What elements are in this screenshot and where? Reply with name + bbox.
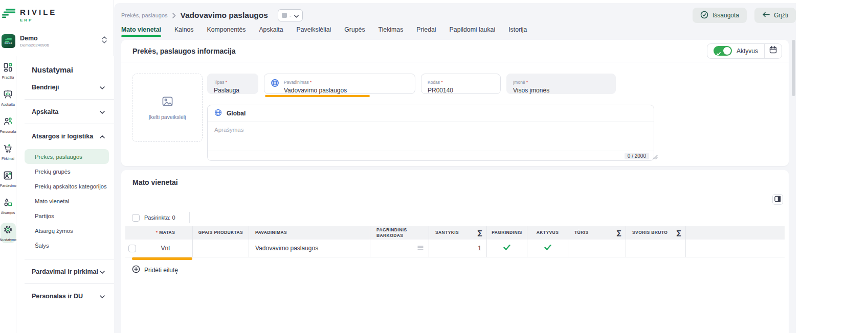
pavadinimas-field[interactable]: Pavadinimas * Vadovavimo paslaugos	[264, 74, 415, 94]
tab-grupes[interactable]: Grupės	[344, 26, 365, 36]
header-select-cell	[125, 226, 139, 240]
scrollbar-thumb[interactable]	[792, 40, 795, 96]
fields-row: Tipas * Paslauga Pavadinimas * Vadovavim…	[207, 74, 789, 94]
rail-item-pardavimai[interactable]: Pardavimai	[1, 169, 16, 189]
status-dropdown[interactable]: -	[278, 9, 303, 21]
rail-item-atsargos[interactable]: Atsargos	[1, 196, 16, 216]
cell-pavadinimas[interactable]: Vadovavimo paslaugos	[249, 240, 370, 257]
check-icon	[503, 245, 510, 252]
info-card-title: Prekės, paslaugos informacija	[132, 47, 236, 55]
board-chart-icon	[3, 89, 13, 101]
sum-icon[interactable]: ∑	[478, 229, 482, 236]
col-pagrindinis[interactable]: PAGRINDINIS	[486, 226, 527, 240]
breadcrumb-link[interactable]: Prekės, paslaugos	[121, 12, 168, 18]
back-button[interactable]: Grįžti	[754, 8, 796, 23]
add-row-button[interactable]: Pridėti eilutę	[132, 265, 178, 275]
calendar-button[interactable]	[764, 44, 782, 58]
cell-svoris[interactable]	[626, 240, 685, 257]
app-logo[interactable]: RIVILE ERP	[2, 8, 57, 22]
header-actions: Išsaugota Grįžti	[693, 8, 796, 23]
tab-paveiksleliai[interactable]: Paveikslėliai	[297, 26, 331, 36]
tab-tiekimas[interactable]: Tiekimas	[379, 26, 404, 36]
imone-value: Visos įmonės	[513, 87, 609, 94]
col-svoris-bruto[interactable]: SVORIS BRUTO∑	[626, 226, 685, 240]
sidebar-item-salys[interactable]: Šalys	[16, 238, 114, 253]
tab-papildomi-laukai[interactable]: Papildomi laukai	[450, 26, 496, 36]
cell-turis[interactable]	[568, 240, 626, 257]
description-group: Global Aprašymas 0 / 2000	[207, 105, 654, 161]
rail-item-apskaita[interactable]: Apskaita	[1, 87, 16, 108]
sidebar-item-mato-vienetai[interactable]: Mato vienetai	[16, 194, 114, 208]
active-control: Aktyvus	[707, 43, 782, 59]
image-upload-dropzone[interactable]: Įkelti paveikslėlį	[132, 74, 203, 142]
icon-rail: Pradžia Apskaita Personalas	[0, 56, 16, 333]
vertical-scrollbar[interactable]	[792, 40, 795, 333]
toggle-on-icon[interactable]	[714, 46, 732, 56]
chevron-down-icon	[100, 84, 105, 91]
sidebar-item-atsargu-zymos[interactable]: Atsargų žymos	[16, 223, 114, 238]
sidebar-item-prekiu-grupes[interactable]: Prekių grupės	[16, 164, 114, 179]
column-settings-button[interactable]	[772, 194, 783, 205]
select-all-checkbox[interactable]	[132, 214, 140, 222]
sidebar-section-atsargos-logistika[interactable]: Atsargos ir logistika	[16, 124, 114, 148]
chevron-updown-icon[interactable]	[102, 36, 107, 45]
col-pavadinimas[interactable]: PAVADINIMAS	[249, 226, 370, 240]
rivile-logo-icon	[2, 8, 16, 22]
sum-icon[interactable]: ∑	[677, 229, 681, 236]
workspace-selector[interactable]: RIVILE Demo Demo20240906	[2, 32, 111, 50]
sidebar-section-bendrieji[interactable]: Bendrieji	[16, 75, 114, 99]
calendar-icon	[769, 46, 777, 56]
sidebar-item-partijos[interactable]: Partijos	[16, 208, 114, 223]
imone-field[interactable]: Įmonė * Visos įmonės	[506, 74, 616, 94]
tab-mato-vienetai[interactable]: Mato vienetai	[121, 26, 161, 36]
chevron-up-icon	[100, 133, 105, 140]
kodas-field[interactable]: Kodas * PR00140	[421, 74, 501, 94]
drag-handle-icon[interactable]	[417, 245, 424, 252]
divider	[189, 212, 190, 223]
row-checkbox[interactable]	[128, 245, 136, 252]
sidebar-section-pardavimai-pirkimai[interactable]: Pardavimai ir pirkimai	[16, 259, 114, 283]
sidebar-item-prekiu-apskaitos-kategorijos[interactable]: Prekių apskaitos kategorijos	[16, 179, 114, 194]
col-turis[interactable]: TŪRIS∑	[568, 226, 626, 240]
sidebar-section-apskaita[interactable]: Apskaita	[16, 100, 114, 124]
gear-icon	[3, 225, 13, 236]
rail-item-nustatymai[interactable]: Nustatymai	[1, 223, 16, 243]
tipas-value: Paslauga	[214, 87, 252, 94]
active-toggle[interactable]: Aktyvus	[707, 44, 764, 58]
col-santykis[interactable]: SANTYKIS∑	[429, 226, 486, 240]
col-matas[interactable]: * MATAS	[139, 226, 192, 240]
dashboard-icon	[3, 62, 13, 74]
saved-button[interactable]: Išsaugota	[693, 8, 747, 23]
resize-handle[interactable]	[653, 152, 658, 161]
cell-santykis[interactable]: 1	[429, 240, 486, 257]
col-gpais-produktas[interactable]: GPAIS PRODUKTAS	[192, 226, 249, 240]
cell-barkodas[interactable]	[370, 240, 429, 257]
tab-kainos[interactable]: Kainos	[174, 26, 194, 36]
rail-item-personalas[interactable]: Personalas	[1, 114, 16, 135]
description-textarea[interactable]: Aprašymas	[208, 122, 654, 151]
cell-aktyvus[interactable]	[527, 240, 568, 257]
chevron-down-icon	[294, 11, 299, 20]
tab-komponentes[interactable]: Komponentės	[207, 26, 246, 36]
tab-apskaita[interactable]: Apskaita	[259, 26, 283, 36]
shapes-icon	[3, 198, 13, 209]
left-panel: RIVILE ERP RIVILE Demo Demo20240906	[0, 0, 114, 333]
col-pagrindinis-barkodas[interactable]: PAGRINDINIS BARKODAS	[370, 226, 429, 240]
cell-gpais[interactable]	[192, 240, 249, 257]
cart-icon	[3, 144, 13, 155]
unsaved-change-indicator	[265, 95, 370, 97]
rail-item-pradzia[interactable]: Pradžia	[1, 60, 16, 81]
sidebar-section-personalas-du[interactable]: Personalas ir DU	[16, 284, 114, 308]
cell-matas[interactable]: Vnt	[139, 240, 192, 257]
col-filler	[685, 226, 785, 240]
sum-icon[interactable]: ∑	[617, 229, 621, 236]
sidebar-item-prekes-paslaugos[interactable]: Prekės, paslaugos	[25, 149, 109, 164]
rail-item-pirkimai[interactable]: Pirkimai	[1, 141, 16, 162]
tab-priedai[interactable]: Priedai	[416, 26, 436, 36]
globe-icon	[271, 79, 279, 89]
cell-pagrindinis[interactable]	[486, 240, 527, 257]
col-aktyvus[interactable]: AKTYVUS	[527, 226, 568, 240]
tab-istorija[interactable]: Istorija	[508, 26, 527, 36]
pavadinimas-value: Vadovavimo paslaugos	[284, 87, 347, 94]
tipas-field[interactable]: Tipas * Paslauga	[207, 74, 258, 94]
